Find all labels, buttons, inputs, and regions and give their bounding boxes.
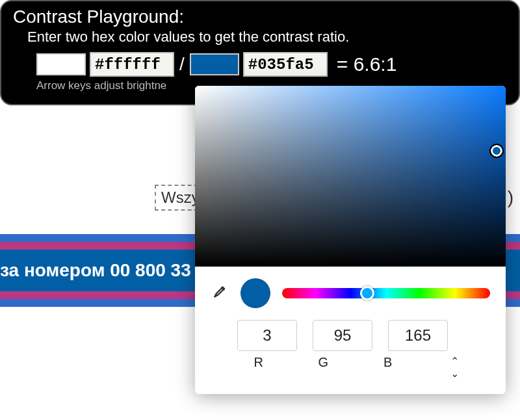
- eyedropper-icon[interactable]: [211, 284, 229, 302]
- saturation-value-panel[interactable]: [195, 86, 506, 267]
- picker-middle-row: [195, 267, 506, 313]
- label-r: R: [234, 355, 283, 380]
- contrast-ratio-output: = 6.6:1: [337, 53, 397, 75]
- rgb-b-input[interactable]: [388, 320, 448, 351]
- label-b: B: [363, 355, 413, 380]
- color-picker-popover[interactable]: R G B ⌃⌄: [195, 86, 506, 394]
- rgb-inputs: [195, 313, 506, 351]
- banner-text: за номером 00 800 33: [0, 260, 191, 280]
- rgb-r-input[interactable]: [237, 320, 297, 351]
- stray-paren: ): [508, 187, 514, 208]
- playground-title: Contrast Playground:: [13, 7, 507, 27]
- color1-swatch[interactable]: [36, 53, 86, 75]
- hue-slider[interactable]: [282, 288, 490, 298]
- color2-swatch[interactable]: [190, 53, 239, 75]
- hue-slider-thumb[interactable]: [360, 286, 374, 300]
- separator-slash: /: [179, 54, 185, 75]
- sv-cursor[interactable]: [491, 145, 502, 157]
- color-mode-toggle[interactable]: ⌃⌄: [431, 355, 480, 380]
- rgb-g-input[interactable]: [313, 320, 372, 351]
- color2-hex-input[interactable]: [243, 52, 328, 77]
- playground-inputs: / = 6.6:1: [36, 52, 507, 77]
- label-g: G: [299, 355, 348, 380]
- rgb-labels: R G B ⌃⌄: [195, 351, 506, 380]
- current-color-swatch: [240, 278, 270, 308]
- color1-hex-input[interactable]: [90, 52, 174, 77]
- playground-subtitle: Enter two hex color values to get the co…: [27, 29, 507, 46]
